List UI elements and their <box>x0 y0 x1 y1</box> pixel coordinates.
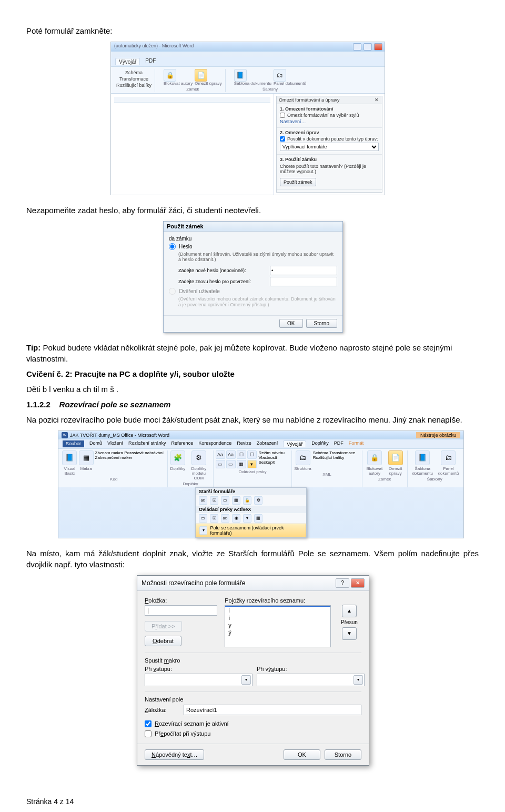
group-label: Zámek <box>365 477 405 482</box>
tab[interactable]: Zobrazení <box>257 440 278 447</box>
help-text-button[interactable]: Nápovědný text… <box>145 749 204 760</box>
remove-button[interactable]: Odebrat <box>145 636 181 646</box>
help-icon[interactable]: ? <box>336 578 349 588</box>
list-item[interactable]: í <box>225 614 330 621</box>
tab[interactable]: Formát <box>349 440 364 447</box>
document-area[interactable] <box>111 94 274 195</box>
tab-vyvojar[interactable]: Vývojář <box>283 440 306 447</box>
ribbon-item[interactable]: Schéma <box>313 450 328 455</box>
ribbon-group-templates: 📘Šablona dokumentu 🗂Panel dokumentů Šabl… <box>408 450 462 487</box>
user-auth-desc: (Ověření vlastníci mohou odebrat zámek d… <box>178 296 337 308</box>
ok-button[interactable]: OK <box>284 749 320 760</box>
tab[interactable]: Rozložení stránky <box>128 440 166 447</box>
checkbox[interactable] <box>280 136 285 142</box>
ribbon-item[interactable]: Zabezpečení maker <box>95 455 133 460</box>
tab[interactable]: Korespondence <box>198 440 231 447</box>
activex-icon[interactable]: ▭ <box>199 514 207 523</box>
restrict-editing-icon[interactable]: 📄 <box>388 450 403 465</box>
tab-vyvojar[interactable]: Vývojář <box>115 58 140 65</box>
dropdown-item-combobox[interactable]: ▾ Pole se seznamem (ovládací prvek formu… <box>196 524 306 537</box>
activex-icon[interactable]: ▦ <box>254 514 262 523</box>
ribbon-item[interactable]: Transformace <box>329 450 355 455</box>
cancel-button[interactable]: Storno <box>325 749 361 760</box>
form-control-icon[interactable]: ⚙ <box>254 496 262 505</box>
doc-panel-icon[interactable]: 🗂 <box>441 450 456 465</box>
form-control-icon[interactable]: ▭ <box>221 496 229 505</box>
ribbon-item[interactable]: Záznam makra <box>95 450 123 455</box>
settings-link[interactable]: Nastavení… <box>280 119 306 124</box>
legacy-tools-icon[interactable]: ▾ <box>247 460 257 468</box>
addins-icon[interactable]: 🧩 <box>170 450 185 465</box>
ribbon-item[interactable]: Seskupit <box>259 460 275 465</box>
list-item[interactable]: i <box>225 607 330 614</box>
ribbon-item[interactable]: Rozlišující balíky <box>116 83 152 88</box>
ribbon-item[interactable]: Režim návrhu <box>259 450 285 455</box>
control-icon[interactable]: ☐ <box>247 450 257 459</box>
ribbon-item[interactable]: Rozlišující balíky <box>313 455 345 460</box>
tab[interactable]: Doplňky <box>311 440 329 447</box>
ok-button[interactable]: OK <box>279 319 302 328</box>
form-control-icon[interactable]: ☑ <box>210 496 218 505</box>
password-confirm-input[interactable] <box>270 277 337 286</box>
radio-password[interactable] <box>169 243 176 250</box>
list-item[interactable]: y <box>225 621 330 629</box>
exit-macro-combo[interactable]: ▾ <box>257 674 365 686</box>
form-control-icon[interactable]: 🔒 <box>243 496 251 505</box>
pane-close-icon[interactable]: ✕ <box>373 97 380 103</box>
doc-template-icon[interactable]: 📘 <box>415 450 430 465</box>
control-icon[interactable]: ☐ <box>237 450 246 459</box>
cb-restrict-formatting[interactable]: Omezit formátování na výběr stylů <box>280 113 379 118</box>
control-icon[interactable]: ▦ <box>237 460 246 468</box>
tab[interactable]: Vložení <box>107 440 123 447</box>
tab[interactable]: Soubor <box>63 440 84 447</box>
polozka-input[interactable] <box>145 605 217 616</box>
list-item[interactable]: ý <box>225 629 330 636</box>
control-icon[interactable]: Aa <box>216 450 225 459</box>
tab[interactable]: Domů <box>89 440 102 447</box>
move-up-button[interactable]: ▲ <box>342 605 357 617</box>
bookmark-input[interactable] <box>184 705 361 715</box>
section-label: Spustit makro <box>145 657 361 664</box>
com-addins-icon[interactable]: ⚙ <box>191 450 206 465</box>
checkbox[interactable] <box>280 113 285 118</box>
entry-macro-combo[interactable]: ▾ <box>145 674 252 686</box>
items-listbox[interactable]: i í y ý <box>225 605 331 647</box>
tab[interactable]: Revize <box>237 440 251 447</box>
control-icon[interactable]: ▭ <box>226 460 236 468</box>
tab[interactable]: Reference <box>171 440 194 447</box>
activex-icon[interactable]: ▾ <box>243 514 251 523</box>
ribbon-item[interactable]: Transformace <box>116 76 152 82</box>
tab-pdf[interactable]: PDF <box>145 58 156 65</box>
password-input[interactable] <box>270 266 337 275</box>
activex-icon[interactable]: ☑ <box>210 514 218 523</box>
control-icon[interactable]: Aa <box>226 450 236 459</box>
activex-icon[interactable]: ◉ <box>232 514 240 523</box>
doc-template-icon[interactable]: 📘 <box>234 69 247 82</box>
ribbon-item[interactable]: Schéma <box>116 70 152 75</box>
move-down-button[interactable]: ▼ <box>342 627 357 640</box>
restrict-editing-icon[interactable]: 📄 <box>195 69 207 82</box>
cb-dropdown-enabled[interactable] <box>145 720 152 727</box>
activex-icon[interactable]: ab <box>221 514 229 523</box>
cb-allow-editing[interactable]: Povolit v dokumentu pouze tento typ úpra… <box>280 136 379 142</box>
cb-calculate-on-exit[interactable] <box>145 730 152 737</box>
doc-panel-icon[interactable]: 🗂 <box>274 69 286 82</box>
ribbon-item[interactable]: Pozastavit nahrávání <box>124 450 164 455</box>
tab[interactable]: PDF <box>334 440 344 447</box>
cancel-button[interactable]: Storno <box>306 319 337 328</box>
form-control-icon[interactable]: ▦ <box>232 496 240 505</box>
cb-label: Přepočítat při výstupu <box>155 730 210 737</box>
structure-icon[interactable]: 🗂 <box>296 450 310 465</box>
editing-type-select[interactable]: Vyplňovací formuláře <box>280 143 379 151</box>
apply-lock-button[interactable]: Použít zámek <box>280 178 316 186</box>
visual-basic-icon[interactable]: 📘 <box>62 450 77 465</box>
form-control-icon[interactable]: ab <box>199 496 207 505</box>
macros-icon[interactable]: ▦ <box>79 450 94 465</box>
exercise-heading: Cvičení č. 2: Pracujte na PC a doplňte y… <box>26 368 479 379</box>
close-icon[interactable]: ✕ <box>351 578 365 588</box>
control-icon[interactable]: ▭ <box>216 460 225 468</box>
ribbon-item[interactable]: Vlastnosti <box>259 455 277 460</box>
ribbon-label: Blokovat autory <box>164 82 193 86</box>
block-authors-icon[interactable]: 🔒 <box>164 69 176 82</box>
block-authors-icon[interactable]: 🔒 <box>367 450 382 465</box>
